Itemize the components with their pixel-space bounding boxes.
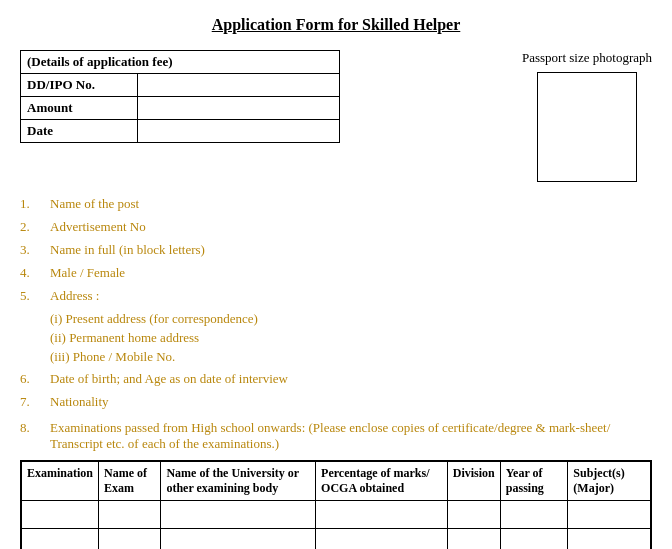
- exam-table: Examination Name of Exam Name of the Uni…: [21, 461, 651, 549]
- cell-exam-1: [22, 501, 99, 529]
- form-item-2: 2. Advertisement No: [20, 219, 652, 235]
- item-text-4: Male / Female: [50, 265, 652, 281]
- item-number-7: 7.: [20, 394, 50, 410]
- sub-item-5-3: (iii) Phone / Mobile No.: [50, 349, 652, 365]
- item-text-6: Date of birth; and Age as on date of int…: [50, 371, 652, 387]
- form-items: 1. Name of the post 2. Advertisement No …: [20, 196, 652, 410]
- cell-subj-2: [568, 529, 651, 550]
- fee-table: (Details of application fee) DD/IPO No. …: [20, 50, 340, 143]
- cell-div-1: [447, 501, 500, 529]
- item-number-1: 1.: [20, 196, 50, 212]
- cell-div-2: [447, 529, 500, 550]
- page-title: Application Form for Skilled Helper: [20, 16, 652, 34]
- cell-pct-2: [316, 529, 448, 550]
- exam-number: 8.: [20, 420, 50, 436]
- item-number-4: 4.: [20, 265, 50, 281]
- cell-exam-2: [22, 529, 99, 550]
- form-item-3: 3. Name in full (in block letters): [20, 242, 652, 258]
- exam-intro: 8. Examinations passed from High school …: [20, 420, 652, 452]
- photo-rectangle: [537, 72, 637, 182]
- sub-item-5-2: (ii) Permanent home address: [50, 330, 652, 346]
- photo-box: Passport size photograph: [522, 50, 652, 182]
- form-item-7: 7. Nationality: [20, 394, 652, 410]
- exam-col-year: Year of passing: [500, 462, 568, 501]
- exam-col-subjects: Subject(s) (Major): [568, 462, 651, 501]
- top-section: (Details of application fee) DD/IPO No. …: [20, 50, 652, 182]
- exam-col-university: Name of the University or other examinin…: [161, 462, 316, 501]
- cell-univ-1: [161, 501, 316, 529]
- exam-col-examination: Examination: [22, 462, 99, 501]
- cell-year-1: [500, 501, 568, 529]
- sub-item-5-1: (i) Present address (for correspondence): [50, 311, 652, 327]
- exam-col-name-of-exam: Name of Exam: [99, 462, 161, 501]
- item-text-3: Name in full (in block letters): [50, 242, 652, 258]
- date-label: Date: [21, 120, 138, 143]
- form-item-1: 1. Name of the post: [20, 196, 652, 212]
- item-text-5: Address :: [50, 288, 652, 304]
- item-text-2: Advertisement No: [50, 219, 652, 235]
- item-text-7: Nationality: [50, 394, 652, 410]
- item-number-2: 2.: [20, 219, 50, 235]
- exam-intro-text: Examinations passed from High school onw…: [50, 420, 652, 452]
- table-row: [22, 529, 651, 550]
- item-text-1: Name of the post: [50, 196, 652, 212]
- cell-subj-1: [568, 501, 651, 529]
- fee-table-header: (Details of application fee): [21, 51, 340, 74]
- form-item-6: 6. Date of birth; and Age as on date of …: [20, 371, 652, 387]
- date-value[interactable]: [137, 120, 339, 143]
- item-number-6: 6.: [20, 371, 50, 387]
- exam-table-section: Examination Name of Exam Name of the Uni…: [20, 460, 652, 549]
- fee-table-container: (Details of application fee) DD/IPO No. …: [20, 50, 340, 143]
- dd-ipo-label: DD/IPO No.: [21, 74, 138, 97]
- table-row: [22, 501, 651, 529]
- cell-year-2: [500, 529, 568, 550]
- exam-col-division: Division: [447, 462, 500, 501]
- form-item-4: 4. Male / Female: [20, 265, 652, 281]
- exam-col-percentage: Percentage of marks/ OCGA obtained: [316, 462, 448, 501]
- sub-items-5: (i) Present address (for correspondence)…: [50, 311, 652, 365]
- cell-univ-2: [161, 529, 316, 550]
- dd-ipo-value[interactable]: [137, 74, 339, 97]
- photo-label: Passport size photograph: [522, 50, 652, 66]
- amount-value[interactable]: [137, 97, 339, 120]
- cell-pct-1: [316, 501, 448, 529]
- item-number-5: 5.: [20, 288, 50, 304]
- form-item-5: 5. Address :: [20, 288, 652, 304]
- cell-name-2: [99, 529, 161, 550]
- item-number-3: 3.: [20, 242, 50, 258]
- amount-label: Amount: [21, 97, 138, 120]
- cell-name-1: [99, 501, 161, 529]
